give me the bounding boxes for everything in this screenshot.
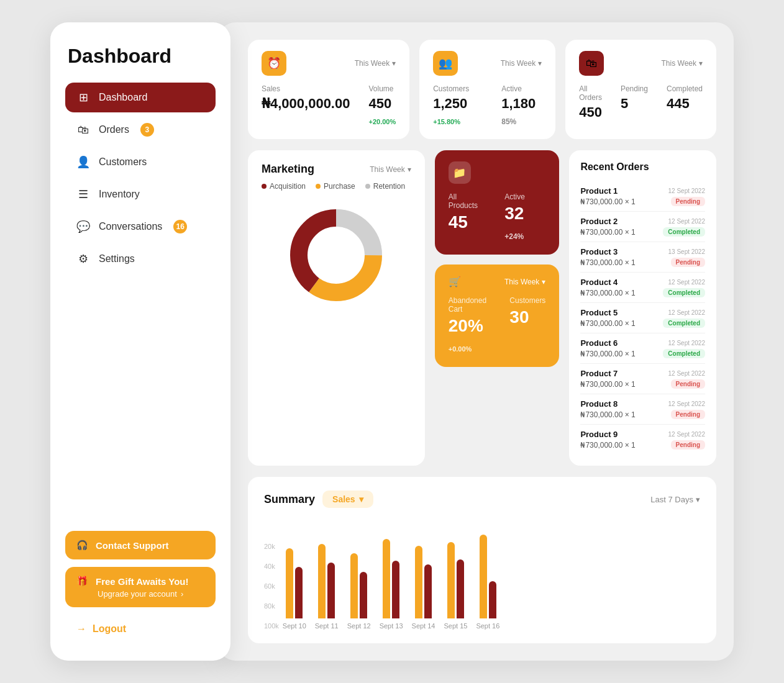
sidebar-item-settings[interactable]: ⚙ Settings [65, 244, 216, 274]
sales-period-selector[interactable]: This Week ▾ [355, 59, 396, 68]
all-orders-item: All Orders 450 [579, 84, 602, 120]
bar-chart: Sept 10 Sept 11 Sept 12 Sept 13 Sept 14 … [283, 518, 499, 630]
completed-orders-item: Completed 445 [667, 84, 703, 120]
sidebar-item-orders[interactable]: 🛍 Orders 3 [65, 115, 216, 145]
bar-label: Sept 12 [347, 622, 371, 630]
logout-icon: → [76, 623, 86, 635]
volume-value: 450 +20.00% [368, 96, 396, 128]
customers-count-label: Customers [433, 84, 483, 93]
marketing-legend: Acquisition Purchase Retention [262, 182, 411, 191]
bar-wrapper [286, 519, 303, 618]
summary-period-label: Last 7 Days [650, 495, 693, 504]
gift-icon: 🎁 [76, 576, 88, 587]
bar-primary [415, 546, 422, 618]
customers-active-value: 1,180 85% [501, 96, 542, 128]
volume-label: Volume [368, 84, 396, 93]
sales-amount-item: Sales ₦4,000,000.00 [262, 84, 350, 128]
bar-label: Sept 14 [412, 622, 435, 630]
y-axis-label: 40k [264, 563, 279, 570]
customers-chevron-icon: ▾ [538, 59, 542, 68]
bar-primary [318, 544, 326, 618]
bar-secondary [392, 561, 399, 618]
gift-title-row: 🎁 Free Gift Awaits You! [76, 576, 188, 587]
sidebar-item-customers[interactable]: 👤 Customers [65, 147, 216, 177]
orders-period-selector[interactable]: This Week ▾ [662, 59, 703, 68]
order-name: Product 5 [580, 308, 618, 317]
customers-stat-row: Customers 1,250 +15.80% Active 1,180 85% [433, 84, 542, 128]
sales-stat-card: ⏰ This Week ▾ Sales ₦4,000,000.00 Volume [248, 40, 409, 139]
sidebar-item-dashboard[interactable]: ⊞ Dashboard [65, 83, 216, 112]
marketing-period-label: This Week [370, 165, 404, 174]
order-item: Product 9 12 Sept 2022 ₦730,000.00 × 1 P… [580, 425, 705, 455]
summary-card: Summary Sales ▾ Last 7 Days ▾ 100k80k60k… [248, 477, 716, 643]
sidebar-item-conversations[interactable]: 💬 Conversations 16 [65, 212, 216, 242]
bar-secondary [295, 567, 303, 618]
bar-secondary [327, 563, 335, 618]
order-price: ₦730,000.00 × 1 [580, 228, 635, 237]
summary-tab[interactable]: Sales ▾ [322, 491, 373, 508]
abandoned-chevron-icon: ▾ [542, 278, 545, 286]
active-products-value: 32 +24% [504, 204, 545, 243]
orders-chevron-icon: ▾ [699, 59, 703, 68]
customers-active-label: Active [501, 84, 542, 93]
order-price: ₦730,000.00 × 1 [580, 197, 635, 206]
bar-wrapper [447, 519, 464, 618]
logout-label: Logout [93, 623, 126, 635]
customers-nav-label: Customers [99, 156, 147, 168]
sidebar-item-inventory[interactable]: ☰ Inventory [65, 179, 216, 209]
bar-wrapper [383, 519, 399, 618]
order-price: ₦730,000.00 × 1 [580, 258, 635, 267]
y-axis-label: 100k [264, 622, 279, 630]
abandoned-period-selector[interactable]: This Week ▾ [504, 278, 545, 286]
bar-primary [480, 535, 487, 618]
abandoned-cart-card: 🛒 This Week ▾ Abandoned Cart 20% +0.00% [435, 265, 560, 367]
order-date: 12 Sept 2022 [668, 309, 706, 316]
order-date: 12 Sept 2022 [668, 218, 706, 225]
products-column: 📁 All Products 45 Active 32 +24% [435, 150, 560, 466]
order-name: Product 7 [580, 369, 618, 378]
settings-nav-icon: ⚙ [76, 252, 90, 266]
logout-button[interactable]: → Logout [65, 617, 216, 641]
y-axis-label: 20k [264, 543, 279, 550]
bar-primary [350, 553, 358, 618]
conversations-nav-label: Conversations [99, 221, 162, 232]
retention-dot [365, 184, 370, 189]
bar-primary [286, 548, 293, 618]
conversations-nav-badge: 16 [173, 220, 187, 233]
marketing-period-selector[interactable]: This Week ▾ [370, 165, 411, 174]
volume-badge: +20.00% [368, 118, 396, 125]
order-item: Product 4 12 Sept 2022 ₦730,000.00 × 1 C… [580, 273, 705, 303]
summary-period-chevron: ▾ [696, 495, 700, 504]
chart-area: 100k80k60k40k20k Sept 10 Sept 11 Sept 12… [264, 518, 700, 630]
customers-period-selector[interactable]: This Week ▾ [501, 59, 542, 68]
order-name: Product 2 [580, 217, 618, 226]
sales-chevron-icon: ▾ [392, 59, 396, 68]
bar-primary [447, 542, 455, 618]
order-status: Pending [671, 379, 705, 389]
order-name: Product 4 [580, 278, 618, 287]
marketing-card: Marketing This Week ▾ Acquisition Purcha… [248, 150, 425, 466]
recent-orders-title: Recent Orders [580, 161, 705, 173]
order-item: Product 1 12 Sept 2022 ₦730,000.00 × 1 P… [580, 181, 705, 212]
abandoned-cart-value: 20% +0.00% [449, 316, 491, 356]
contact-support-label: Contact Support [96, 540, 169, 551]
order-item: Product 2 12 Sept 2022 ₦730,000.00 × 1 C… [580, 212, 705, 242]
order-name: Product 8 [580, 399, 618, 409]
abandoned-customers-stat: Customers 30 [509, 296, 545, 356]
y-axis-label: 80k [264, 602, 279, 610]
bar-group: Sept 15 [444, 519, 467, 630]
order-name: Product 3 [580, 247, 618, 256]
order-status: Completed [663, 227, 705, 237]
gift-upgrade-button[interactable]: 🎁 Free Gift Awaits You! Upgrade your acc… [65, 567, 216, 607]
abandoned-period-label: This Week [504, 278, 539, 286]
dashboard-nav-label: Dashboard [99, 92, 147, 103]
bar-group: Sept 13 [380, 519, 403, 630]
summary-period-selector[interactable]: Last 7 Days ▾ [650, 495, 700, 504]
sales-label: Sales [262, 84, 350, 93]
recent-orders-card: Recent Orders Product 1 12 Sept 2022 ₦73… [569, 150, 716, 466]
purchase-label: Purchase [324, 182, 355, 191]
orders-card-icon: 🛍 [579, 51, 604, 76]
active-products-stat: Active 32 +24% [504, 192, 545, 243]
headphones-icon: 🎧 [76, 540, 88, 551]
contact-support-button[interactable]: 🎧 Contact Support [65, 531, 216, 559]
